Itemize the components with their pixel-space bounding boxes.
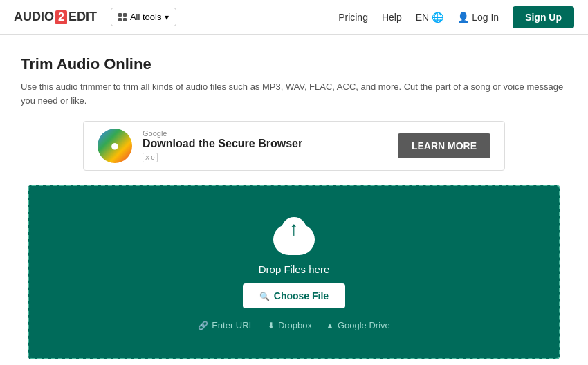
google-drive-label: Google Drive bbox=[338, 320, 390, 330]
dropbox-icon bbox=[268, 320, 275, 330]
ad-banner: ● Google Download the Secure Browser X 0… bbox=[83, 121, 505, 171]
arrow-up-icon: ↑ bbox=[289, 219, 299, 238]
header-right: Pricing Help EN 🌐 👤 Log In Sign Up bbox=[338, 6, 574, 28]
ad-text: Google Download the Secure Browser X 0 bbox=[143, 129, 302, 162]
enter-url-link[interactable]: Enter URL bbox=[198, 320, 254, 330]
ad-source: Google bbox=[143, 129, 302, 138]
login-icon: 👤 bbox=[457, 12, 469, 23]
google-drive-icon bbox=[326, 320, 334, 330]
enter-url-label: Enter URL bbox=[212, 320, 254, 330]
lang-label: EN bbox=[416, 12, 429, 23]
header: AUDIO 2 EDIT All tools Pricing Help EN 🌐… bbox=[0, 0, 588, 35]
upload-links: Enter URL Dropbox Google Drive bbox=[198, 320, 390, 330]
google-drive-link[interactable]: Google Drive bbox=[326, 320, 390, 330]
upload-cloud-icon: ↑ bbox=[270, 214, 318, 255]
ad-title: Download the Secure Browser bbox=[143, 138, 302, 150]
globe-icon: 🌐 bbox=[432, 12, 443, 23]
login-label: Log In bbox=[472, 12, 499, 23]
search-icon bbox=[259, 290, 270, 301]
logo-two: 2 bbox=[55, 10, 67, 24]
ad-learn-more-button[interactable]: LEARN MORE bbox=[398, 133, 490, 158]
language-selector[interactable]: EN 🌐 bbox=[416, 12, 443, 23]
chevron-down-icon bbox=[165, 12, 169, 22]
main-content: Trim Audio Online Use this audio trimmer… bbox=[0, 35, 588, 365]
choose-file-button[interactable]: Choose File bbox=[243, 283, 345, 308]
drop-files-text: Drop Files here bbox=[259, 263, 330, 275]
ad-left: ● Google Download the Secure Browser X 0 bbox=[98, 129, 302, 163]
ad-badge: X 0 bbox=[143, 153, 158, 162]
ad-logo: ● bbox=[98, 129, 132, 163]
choose-file-label: Choose File bbox=[274, 290, 329, 301]
grid-icon bbox=[118, 13, 127, 21]
dropbox-link[interactable]: Dropbox bbox=[268, 320, 312, 330]
signup-button[interactable]: Sign Up bbox=[513, 6, 574, 28]
logo-edit: EDIT bbox=[68, 10, 97, 24]
upload-zone[interactable]: ↑ Drop Files here Choose File Enter URL … bbox=[28, 185, 560, 359]
dropbox-label: Dropbox bbox=[278, 320, 312, 330]
pricing-link[interactable]: Pricing bbox=[338, 12, 368, 23]
logo: AUDIO 2 EDIT bbox=[14, 10, 97, 24]
page-description: Use this audio trimmer to trim all kinds… bbox=[21, 80, 567, 107]
link-icon bbox=[198, 320, 208, 330]
logo-audio: AUDIO bbox=[14, 10, 54, 24]
header-left: AUDIO 2 EDIT All tools bbox=[14, 8, 176, 26]
login-link[interactable]: 👤 Log In bbox=[457, 12, 499, 23]
all-tools-label: All tools bbox=[130, 12, 162, 22]
help-link[interactable]: Help bbox=[382, 12, 402, 23]
page-title: Trim Audio Online bbox=[21, 55, 567, 73]
all-tools-button[interactable]: All tools bbox=[111, 8, 177, 26]
